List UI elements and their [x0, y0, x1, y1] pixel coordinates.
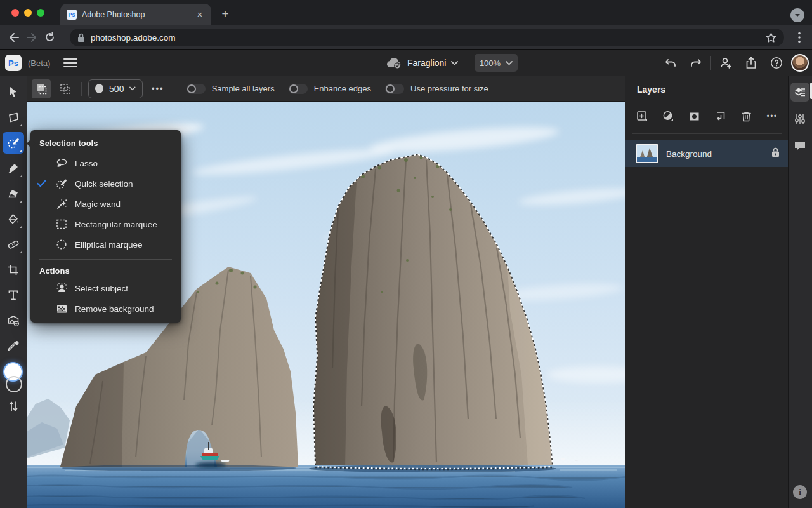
panel-strip: i [788, 76, 812, 508]
redo-icon [690, 58, 702, 68]
brush-size-dropdown[interactable]: 500 [88, 79, 143, 98]
layers-panel: Layers ••• B [625, 76, 788, 508]
menu-item-label: Elliptical marquee [75, 240, 143, 250]
quick-selection-tool-button[interactable] [3, 132, 24, 154]
selection-mode-subtract-button[interactable] [56, 79, 75, 98]
menu-item-label: Magic wand [75, 199, 121, 209]
enhance-edges-toggle[interactable] [289, 84, 308, 94]
chevron-down-icon [129, 86, 136, 91]
eraser-tool-button[interactable] [3, 183, 24, 204]
enhance-edges-label: Enhance edges [314, 84, 371, 93]
browser-tab[interactable]: Ps Adobe Photoshop × [60, 4, 211, 25]
add-layer-icon [636, 110, 648, 123]
selection-tools-flyout: Selection tools Lasso Quick selection Ma… [30, 130, 181, 323]
menu-item-remove-background[interactable]: Remove background [30, 298, 181, 319]
object-selection-tool-button[interactable] [3, 107, 24, 128]
brush-tool-button[interactable] [3, 157, 24, 179]
flyout-indicator [20, 200, 22, 203]
use-pressure-label: Use pressure for size [410, 84, 488, 93]
paint-bucket-icon [7, 213, 20, 225]
traffic-zoom-button[interactable] [37, 9, 44, 17]
layers-panel-button[interactable] [790, 83, 809, 102]
share-button[interactable] [740, 52, 762, 74]
zoom-value: 100% [480, 58, 501, 68]
share-icon [745, 57, 757, 69]
type-tool-button[interactable] [3, 284, 24, 306]
tab-search-button[interactable] [790, 8, 804, 22]
eyedropper-tool-button[interactable] [3, 335, 24, 357]
brush-icon [7, 162, 20, 175]
main-menu-button[interactable] [63, 57, 77, 69]
magic-wand-icon [52, 198, 71, 210]
redo-button[interactable] [685, 52, 707, 74]
lock-icon[interactable] [771, 147, 780, 160]
reload-button[interactable] [41, 29, 58, 46]
new-tab-button[interactable]: + [218, 8, 232, 22]
adjustment-button[interactable] [658, 107, 678, 126]
healing-bandaid-icon [7, 238, 20, 251]
info-button[interactable]: i [793, 485, 807, 499]
new-layer-button[interactable] [632, 107, 652, 126]
move-tool-button[interactable] [3, 81, 24, 103]
document-name: Faraglioni [407, 58, 446, 68]
adjustments-panel-button[interactable] [790, 109, 809, 128]
boat [195, 462, 226, 467]
tool-bar [0, 76, 27, 508]
menu-item-rectangular-marquee[interactable]: Rectangular marquee [30, 214, 181, 234]
help-button[interactable] [766, 52, 787, 74]
sample-all-layers-toggle[interactable] [187, 84, 206, 94]
menu-item-magic-wand[interactable]: Magic wand [30, 194, 181, 214]
crop-tool-button[interactable] [3, 259, 24, 281]
layer-row-background[interactable]: Background [625, 140, 789, 167]
object-selection-icon [7, 111, 20, 124]
swap-colors-button[interactable] [3, 396, 24, 417]
healing-tool-button[interactable] [3, 234, 24, 255]
more-options-button[interactable]: ••• [152, 84, 164, 93]
menu-item-label: Quick selection [75, 179, 133, 189]
eyedropper-icon [7, 340, 20, 352]
screen: Ps Adobe Photoshop × + photoshop.adobe.c… [0, 0, 812, 508]
layers-stack-icon [794, 86, 806, 98]
cloud-synced-icon [386, 57, 402, 69]
help-icon [770, 57, 783, 69]
elliptical-marquee-icon [52, 239, 71, 250]
menu-item-lasso[interactable]: Lasso [30, 153, 181, 173]
address-bar[interactable]: photoshop.adobe.com [70, 29, 784, 46]
quick-selection-icon [6, 136, 20, 150]
layers-more-button[interactable]: ••• [762, 107, 782, 126]
background-color-swatch[interactable] [6, 376, 22, 392]
comments-panel-button[interactable] [790, 136, 809, 155]
zoom-level-dropdown[interactable]: 100% [475, 54, 518, 72]
bookmark-star-icon[interactable] [766, 32, 776, 43]
fill-tool-button[interactable] [3, 208, 24, 230]
menu-item-select-subject[interactable]: Select subject [30, 278, 181, 298]
quick-selection-icon [52, 177, 71, 190]
back-button[interactable] [5, 29, 23, 46]
back-icon [8, 32, 20, 43]
selection-mode-new-button[interactable] [32, 79, 51, 98]
document-switcher[interactable]: Faraglioni [386, 53, 458, 72]
browser-menu-button[interactable] [792, 29, 807, 46]
traffic-minimize-button[interactable] [24, 9, 32, 17]
menu-item-elliptical-marquee[interactable]: Elliptical marquee [30, 234, 181, 255]
place-image-tool-button[interactable] [3, 310, 24, 331]
move-into-group-button[interactable] [710, 107, 730, 126]
traffic-close-button[interactable] [11, 9, 19, 17]
menu-item-quick-selection[interactable]: Quick selection [30, 173, 181, 194]
tab-close-icon[interactable]: × [195, 10, 205, 20]
layer-thumbnail[interactable] [636, 144, 658, 163]
menu-item-label: Remove background [75, 304, 154, 314]
ps-logo[interactable]: Ps [5, 55, 22, 71]
crop-icon [7, 264, 20, 276]
chevron-down-icon [506, 61, 513, 65]
forward-button[interactable] [23, 29, 41, 46]
reload-icon [44, 32, 55, 43]
layer-mask-button[interactable] [684, 107, 704, 126]
account-avatar[interactable] [791, 54, 809, 72]
info-icon: i [799, 487, 801, 497]
delete-layer-button[interactable] [736, 107, 756, 126]
undo-button[interactable] [660, 52, 681, 74]
invite-button[interactable] [715, 52, 737, 74]
use-pressure-toggle[interactable] [385, 84, 404, 94]
remove-background-icon [52, 303, 71, 315]
